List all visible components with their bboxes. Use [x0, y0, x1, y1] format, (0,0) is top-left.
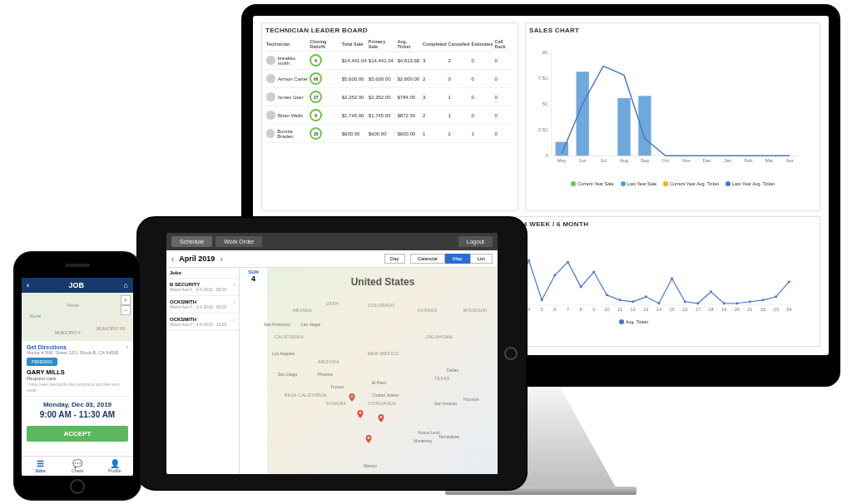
service-type: Request care: [27, 376, 128, 381]
svg-text:22: 22: [760, 308, 765, 313]
sales-chart: MayJunJulAugSepOctNovDecJanFebMarApr02.5…: [529, 37, 816, 179]
svg-text:6: 6: [553, 308, 556, 313]
svg-point-39: [671, 278, 673, 280]
svg-text:May: May: [557, 158, 567, 163]
zoom-in-button[interactable]: +: [121, 295, 131, 305]
svg-point-28: [528, 259, 530, 262]
svg-text:Apr: Apr: [786, 158, 794, 163]
svg-point-45: [749, 301, 751, 304]
svg-text:9C: 9C: [542, 50, 548, 55]
svg-text:14: 14: [656, 308, 661, 313]
svg-point-37: [645, 296, 647, 299]
svg-text:7: 7: [567, 308, 569, 313]
page-title: JOB: [69, 281, 85, 289]
svg-text:Nov: Nov: [682, 158, 691, 163]
svg-point-33: [592, 271, 595, 274]
svg-text:20: 20: [735, 308, 740, 313]
day-column: SUN 4: [240, 268, 268, 474]
table-row[interactable]: breakko smith 6$14,441.04$14,441.04$4,81…: [265, 52, 514, 70]
svg-text:Jul: Jul: [601, 158, 607, 163]
zoom-out-button[interactable]: −: [121, 305, 131, 315]
tablet-home-button[interactable]: [504, 347, 518, 360]
svg-text:Oct: Oct: [661, 158, 669, 163]
svg-point-43: [723, 303, 726, 305]
tab-chats[interactable]: 💬Chats: [59, 457, 97, 476]
phone-home-button[interactable]: [70, 479, 85, 494]
get-directions-link[interactable]: Get Directions›: [27, 344, 128, 350]
table-row[interactable]: Bonnie Braden 20$600.00$600.00$600.00 12…: [265, 125, 514, 143]
svg-point-31: [567, 261, 569, 264]
appointment-block: Monday, Dec 03, 2019 9:00 AM - 11:30 AM: [22, 397, 133, 423]
svg-text:Mar: Mar: [765, 158, 774, 163]
svg-text:7.5C: 7.5C: [538, 76, 548, 81]
view-day[interactable]: Day: [384, 254, 405, 264]
map-pin-icon[interactable]: [347, 393, 357, 403]
svg-text:Aug: Aug: [620, 158, 628, 163]
svg-text:Sep: Sep: [641, 158, 649, 163]
logout-button[interactable]: Logout: [458, 236, 493, 247]
list-item[interactable]: OCKSMITH›Miami Ave F · 3-4-2019 · 09:00: [166, 296, 239, 314]
svg-point-79: [359, 412, 362, 414]
svg-point-47: [775, 296, 777, 299]
svg-point-41: [696, 303, 699, 305]
svg-point-35: [619, 299, 622, 302]
sales-chart-title: SALES CHART: [529, 27, 816, 34]
svg-text:24: 24: [786, 308, 791, 313]
phone-header: ‹ JOB ⌂: [22, 278, 133, 293]
job-list: Jobs B SECURITY›Miami Ave F · 3-4-2019 ·…: [166, 268, 240, 474]
status-badge: PENDING: [27, 358, 57, 366]
next-month-button[interactable]: ›: [220, 254, 222, 264]
table-row[interactable]: Brian Wells 9$1,745.00$1,745.00$872.50 2…: [265, 106, 514, 125]
address-text: House # 599, Street 12/1, Block-B, CA 94…: [27, 350, 128, 355]
svg-text:21: 21: [747, 308, 752, 313]
table-row[interactable]: Itunes User 27$2,352.00$2,352.00$784.00 …: [265, 88, 514, 106]
sales-legend: Current Year Sale Last Year Sale Current…: [529, 181, 816, 186]
tablet-device: Schedule Work Order Logout ‹ April 2019 …: [136, 216, 528, 491]
back-icon[interactable]: ‹: [27, 281, 29, 289]
leaderboard-card: TECHNICIAN LEADER BOARD TechnicianClosin…: [261, 22, 518, 211]
table-row[interactable]: Armon Carter 66$5,600.00$5,600.00$2,800.…: [265, 70, 514, 88]
view-calendar[interactable]: Calendar: [410, 254, 445, 264]
svg-text:Feb: Feb: [745, 158, 753, 163]
map-pin-icon[interactable]: [376, 413, 386, 423]
svg-point-44: [736, 303, 738, 305]
svg-point-34: [606, 294, 608, 297]
view-list[interactable]: List: [470, 254, 493, 264]
svg-text:4: 4: [528, 308, 530, 313]
svg-text:8: 8: [580, 308, 582, 313]
prev-month-button[interactable]: ‹: [171, 254, 174, 264]
svg-point-38: [657, 303, 660, 305]
tab-workorder[interactable]: Work Order: [215, 236, 262, 247]
list-item[interactable]: OCKSMITH›Miami Ave F · 3-4-2019 · 12:00: [166, 314, 239, 331]
tab-schedule[interactable]: Schedule: [171, 236, 212, 247]
phone-device: ‹ JOB ⌂ RomeFiumeMUNICIPIO XXMUNICIPIO I…: [13, 251, 141, 501]
leaderboard-title: TECHNICIAN LEADER BOARD: [265, 27, 514, 34]
svg-point-48: [788, 281, 790, 284]
svg-text:11: 11: [617, 308, 622, 313]
svg-text:Jun: Jun: [579, 158, 587, 163]
map-view[interactable]: United States NEVADAUTAHCOLORADOKANSASMI…: [268, 268, 498, 474]
svg-text:13: 13: [643, 308, 648, 313]
tab-profile[interactable]: 👤Profile: [96, 457, 133, 476]
list-item[interactable]: B SECURITY›Miami Ave F · 3-4-2019 · 08:0…: [166, 279, 239, 296]
map-pin-icon[interactable]: [364, 434, 374, 444]
leaderboard-table: TechnicianClosing Ratio%Total SalePrimar…: [265, 37, 514, 143]
month-label: April 2019: [179, 254, 215, 263]
svg-text:Dec: Dec: [703, 158, 711, 163]
map-pin-icon[interactable]: [355, 409, 365, 419]
svg-point-42: [710, 291, 712, 294]
svg-text:15: 15: [669, 308, 674, 313]
svg-point-40: [684, 301, 686, 304]
tab-jobs[interactable]: ☰Jobs: [22, 457, 59, 476]
home-icon[interactable]: ⌂: [124, 281, 128, 289]
view-map[interactable]: Map: [445, 254, 470, 264]
phone-tabbar: ☰Jobs 💬Chats 👤Profile: [22, 456, 133, 476]
svg-text:17: 17: [696, 308, 701, 313]
phone-map[interactable]: RomeFiumeMUNICIPIO XXMUNICIPIO II + −: [22, 293, 133, 341]
job-note: I have been having flu like symptoms and…: [27, 382, 128, 393]
svg-point-46: [762, 299, 765, 302]
svg-point-80: [380, 416, 383, 418]
accept-button[interactable]: ACCEPT: [27, 426, 128, 442]
tablet-topbar: Schedule Work Order Logout: [166, 233, 498, 250]
svg-text:23: 23: [774, 308, 779, 313]
